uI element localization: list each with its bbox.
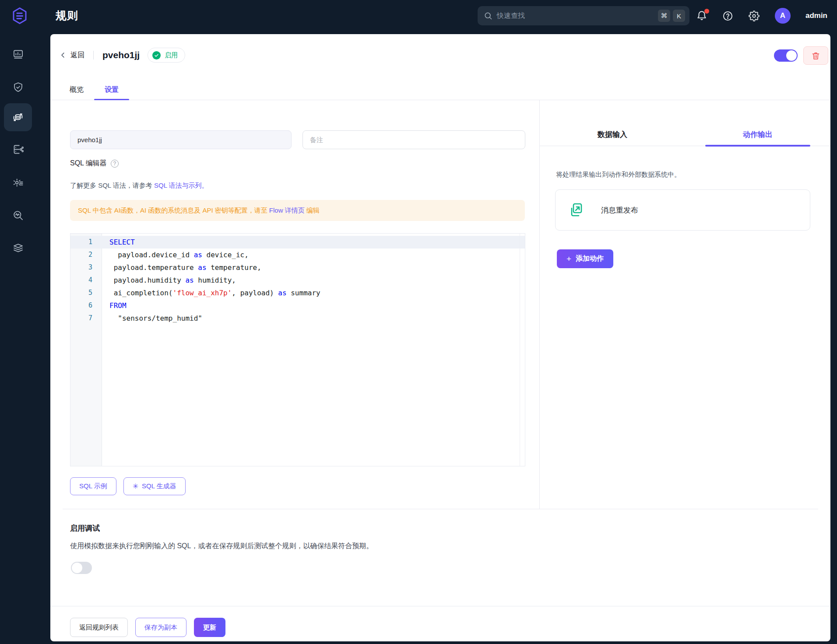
sidebar-item-dashboard[interactable] bbox=[4, 40, 32, 68]
code-line[interactable]: 5 ai_completion('flow_ai_xh7p', payload)… bbox=[70, 287, 525, 299]
warning-text-suffix: 编辑 bbox=[306, 206, 320, 215]
plus-icon: + bbox=[566, 255, 571, 263]
app-logo-icon[interactable] bbox=[11, 7, 29, 25]
header-divider bbox=[93, 51, 94, 60]
add-action-button[interactable]: + 添加动作 bbox=[557, 249, 613, 268]
shield-check-icon bbox=[12, 81, 24, 93]
io-tabs: 数据输入 动作输出 bbox=[540, 123, 830, 146]
sidebar bbox=[0, 32, 36, 644]
quick-search-input[interactable]: 快速查找 ⌘ K bbox=[478, 6, 689, 25]
gear-icon bbox=[749, 10, 760, 21]
trash-icon bbox=[811, 51, 820, 60]
line-number: 2 bbox=[70, 248, 102, 261]
tab-overview[interactable]: 概览 bbox=[59, 80, 94, 100]
sql-editor-label-row: SQL 编辑器 ? bbox=[70, 159, 119, 168]
action-card-label: 消息重发布 bbox=[601, 205, 638, 215]
toggle-knob bbox=[786, 50, 797, 61]
back-to-rules-button[interactable]: 返回规则列表 bbox=[70, 618, 128, 637]
debug-toggle[interactable] bbox=[71, 562, 92, 574]
action-card-republish[interactable]: 消息重发布 bbox=[555, 189, 810, 231]
diagnose-icon bbox=[12, 210, 24, 221]
search-placeholder: 快速查找 bbox=[497, 11, 655, 21]
help-button[interactable] bbox=[722, 10, 734, 21]
sql-syntax-link[interactable]: SQL 语法与示列。 bbox=[154, 182, 208, 189]
sidebar-item-access-control[interactable] bbox=[4, 73, 32, 101]
code-line[interactable]: 2 payload.device_id as device_ic, bbox=[70, 248, 525, 261]
settings-button[interactable] bbox=[749, 10, 760, 21]
tab-data-input[interactable]: 数据输入 bbox=[540, 123, 685, 146]
sql-buttons: SQL 示例 ✳ SQL 生成器 bbox=[70, 477, 186, 495]
notifications-button[interactable] bbox=[696, 10, 707, 21]
sidebar-item-data-integration[interactable] bbox=[4, 135, 32, 163]
code-line[interactable]: 7 "sensors/temp_humid" bbox=[70, 312, 525, 325]
topbar: 规则 快速查找 ⌘ K bbox=[0, 0, 837, 32]
status-badge: 启用 bbox=[148, 48, 185, 63]
data-integration-icon bbox=[12, 144, 24, 155]
code-line[interactable]: 1SELECT bbox=[70, 236, 525, 248]
republish-icon bbox=[566, 200, 587, 220]
shortcut-cmd-key: ⌘ bbox=[658, 10, 670, 22]
line-number: 1 bbox=[70, 236, 102, 248]
tab-action-output[interactable]: 动作输出 bbox=[685, 123, 830, 146]
back-link[interactable]: 返回 bbox=[70, 51, 84, 60]
sql-example-button[interactable]: SQL 示例 bbox=[70, 477, 116, 495]
footer-divider bbox=[50, 606, 830, 606]
code-line[interactable]: 6FROM bbox=[70, 299, 525, 312]
debug-section-description: 使用模拟数据来执行您刚刚输入的 SQL，或者在保存规则后测试整个规则，以确保结果… bbox=[70, 542, 373, 551]
sidebar-item-management[interactable] bbox=[4, 168, 32, 196]
sql-generator-label: SQL 生成器 bbox=[142, 482, 176, 490]
code-line[interactable]: 3 payload.temperature as temperature, bbox=[70, 261, 525, 274]
line-number: 4 bbox=[70, 274, 102, 287]
sql-help-icon[interactable]: ? bbox=[111, 160, 119, 168]
rule-engine-icon bbox=[12, 111, 24, 123]
delete-rule-button[interactable] bbox=[803, 46, 828, 65]
code-text: SELECT bbox=[102, 236, 135, 248]
rule-name: pveho1jj bbox=[102, 50, 140, 60]
sidebar-item-extensions[interactable] bbox=[4, 234, 32, 262]
code-text: payload.humidity as humidity, bbox=[102, 274, 236, 287]
column-divider bbox=[539, 100, 540, 509]
output-description: 将处理结果输出到动作和外部数据系统中。 bbox=[556, 171, 681, 179]
rule-name-input[interactable] bbox=[70, 130, 292, 149]
code-text: payload.temperature as temperature, bbox=[102, 261, 261, 274]
sql-generator-button[interactable]: ✳ SQL 生成器 bbox=[123, 477, 186, 495]
sidebar-item-rule-engine[interactable] bbox=[4, 103, 32, 131]
rule-enable-toggle[interactable] bbox=[774, 49, 798, 62]
ai-function-warning-banner: SQL 中包含 AI函数，AI 函数的系统消息及 API 密钥等配置，请至Flo… bbox=[70, 200, 525, 221]
avatar[interactable]: A bbox=[775, 8, 791, 24]
topbar-actions: A admin bbox=[696, 0, 827, 32]
code-text: ai_completion('flow_ai_xh7p', payload) a… bbox=[102, 287, 320, 299]
sidebar-item-diagnose[interactable] bbox=[4, 201, 32, 229]
code-text: "sensors/temp_humid" bbox=[102, 312, 202, 325]
line-number: 7 bbox=[70, 312, 102, 325]
code-text: FROM bbox=[102, 299, 127, 312]
update-button[interactable]: 更新 bbox=[194, 618, 225, 637]
header-actions bbox=[774, 46, 828, 65]
layers-icon bbox=[12, 242, 24, 254]
gear-services-icon bbox=[12, 177, 24, 189]
dashboard-icon bbox=[12, 49, 24, 60]
tab-settings[interactable]: 设置 bbox=[94, 80, 129, 100]
sql-code-lines: 1SELECT2 payload.device_id as device_ic,… bbox=[70, 234, 525, 325]
notification-dot bbox=[704, 9, 709, 14]
line-number: 6 bbox=[70, 299, 102, 312]
toggle-knob bbox=[72, 563, 82, 573]
page-title: 规则 bbox=[56, 8, 78, 23]
username[interactable]: admin bbox=[805, 11, 827, 20]
main-card: 返回 pveho1jj 启用 概览 设置 bbox=[50, 34, 830, 641]
flow-detail-link[interactable]: Flow 详情页 bbox=[269, 206, 305, 215]
code-line[interactable]: 4 payload.humidity as humidity, bbox=[70, 274, 525, 287]
debug-section-title: 启用调试 bbox=[70, 523, 100, 533]
remark-input[interactable] bbox=[302, 130, 525, 149]
ai-sparkle-icon: ✳ bbox=[133, 482, 138, 490]
line-number: 3 bbox=[70, 261, 102, 274]
code-text: payload.device_id as device_ic, bbox=[102, 248, 249, 261]
add-action-label: 添加动作 bbox=[576, 254, 604, 263]
sql-code-editor[interactable]: 1SELECT2 payload.device_id as device_ic,… bbox=[70, 233, 525, 466]
app-root: 规则 快速查找 ⌘ K bbox=[0, 0, 837, 644]
back-chevron-icon[interactable] bbox=[59, 51, 67, 59]
warning-text-prefix: SQL 中包含 AI函数，AI 函数的系统消息及 API 密钥等配置，请至 bbox=[78, 206, 267, 215]
save-as-copy-button[interactable]: 保存为副本 bbox=[135, 618, 186, 637]
search-icon bbox=[484, 11, 492, 20]
rule-header: 返回 pveho1jj 启用 bbox=[59, 46, 185, 64]
